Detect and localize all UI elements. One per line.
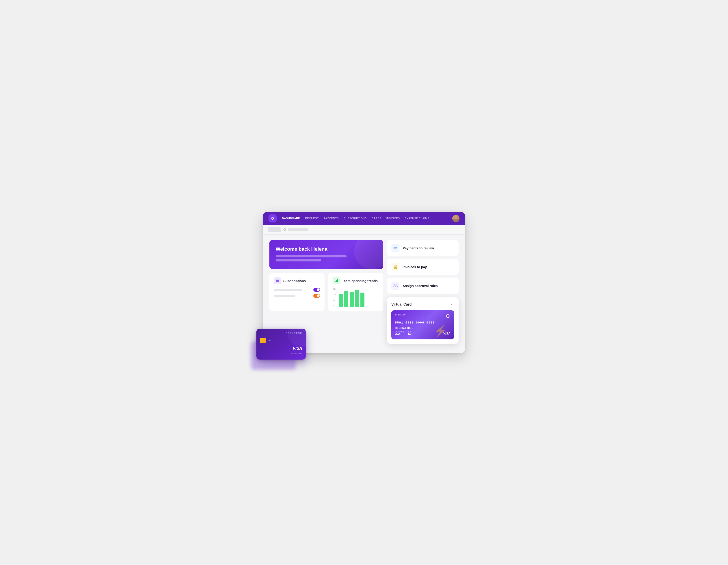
svg-rect-16 (394, 267, 396, 268)
subscriptions-icon-svg (275, 279, 279, 283)
vc-valid-thru-value: 08/26 (395, 333, 405, 335)
main-content: Welcome back Helena (263, 235, 465, 353)
contactless-icon (268, 338, 272, 343)
invoices-icon-svg (393, 265, 398, 269)
bar-1 (339, 294, 343, 307)
bottom-row: Subscriptions (269, 273, 383, 311)
physical-card: SPENDESK VISA Business Debit (256, 329, 306, 359)
approval-icon (391, 282, 399, 290)
vc-details: VALID THRU 08/26 CVC 123 (395, 331, 412, 335)
svg-rect-3 (276, 280, 279, 280)
nav-item-dashboard[interactable]: DASHBOARD (282, 216, 300, 221)
svg-point-18 (395, 284, 397, 285)
vc-valid-thru: VALID THRU 08/26 (395, 331, 405, 335)
virtual-card: ⚡ Single-use 5591 5030 0000 0000 HELENA … (391, 310, 454, 339)
svg-line-1 (286, 230, 286, 231)
svg-rect-6 (336, 280, 337, 282)
bar-4 (355, 290, 359, 307)
payments-icon-svg (393, 246, 398, 250)
chart-header: Team spending trends (333, 277, 379, 284)
bar-2 (344, 291, 348, 307)
invoices-to-pay-card[interactable]: Invoices to pay (387, 259, 459, 275)
bar-3 (350, 292, 354, 307)
svg-rect-5 (335, 281, 336, 282)
search-bar (263, 225, 465, 235)
svg-rect-15 (394, 267, 396, 267)
welcome-line-1 (276, 255, 347, 258)
bar-5 (360, 292, 364, 307)
nav-item-request[interactable]: REQUEST (305, 216, 319, 221)
vc-logo-icon (445, 313, 451, 319)
payments-icon (391, 244, 399, 252)
toggle-1[interactable] (313, 288, 320, 292)
virtual-card-modal: Virtual Card × ⚡ Single-use 5591 5030 00… (387, 297, 459, 344)
subs-row-1 (274, 288, 320, 292)
search-pill (268, 228, 281, 232)
avatar-image (452, 215, 459, 222)
browser-window: DASHBOARD REQUEST PAYMENTS SUBSCRIPTIONS… (263, 212, 465, 353)
vc-top-row: Single-use (395, 313, 451, 319)
invoices-to-pay-label: Invoices to pay (403, 265, 427, 269)
y-label-20k: 20k (333, 288, 336, 290)
nav-item-cards[interactable]: CARDS (372, 216, 381, 221)
nav-item-payments[interactable]: PAYMENTS (324, 216, 339, 221)
svg-rect-7 (337, 279, 338, 282)
search-icon (283, 228, 286, 231)
svg-point-19 (270, 341, 270, 342)
search-icon-wrap (283, 228, 308, 231)
chart-icon (333, 277, 340, 284)
svg-rect-9 (394, 247, 397, 248)
toggle-2[interactable] (313, 294, 320, 298)
modal-header: Virtual Card × (391, 302, 454, 307)
nav-logo[interactable] (269, 215, 277, 223)
assign-approval-label: Assign approval roles (403, 284, 438, 287)
modal-close-button[interactable]: × (449, 302, 454, 307)
chart-card: Team spending trends 20k 10k 5k 0 (328, 273, 383, 311)
nav-bar: DASHBOARD REQUEST PAYMENTS SUBSCRIPTIONS… (263, 212, 465, 225)
physical-card-wrap: SPENDESK VISA Business Debit (256, 329, 306, 359)
nav-item-expense-claims[interactable]: EXPENSE CLAIMS (405, 216, 429, 221)
left-column: Welcome back Helena (269, 240, 383, 344)
subscriptions-card: Subscriptions (269, 273, 325, 311)
vc-number: 5591 5030 0000 0000 (395, 321, 451, 324)
physical-card-visa-label: VISA (260, 346, 302, 351)
vc-cvc-value: 123 (408, 333, 412, 335)
subs-line-1 (274, 289, 302, 291)
right-column: Payments to review Invoices to pay (387, 240, 459, 344)
svg-point-17 (394, 284, 395, 285)
approval-icon-svg (393, 283, 398, 288)
nav-item-invoices[interactable]: INVOICES (386, 216, 400, 221)
invoices-icon (391, 263, 399, 271)
physical-card-visa-row: VISA Business Debit (260, 346, 302, 355)
vc-cvc: CVC 123 (408, 331, 412, 335)
assign-approval-roles-card[interactable]: Assign approval roles (387, 278, 459, 294)
welcome-line-2 (276, 259, 321, 262)
welcome-card: Welcome back Helena (269, 240, 383, 269)
lightning-bolt-icon: ⚡ (434, 324, 447, 337)
physical-card-business-debit: Business Debit (290, 352, 302, 354)
chart-title: Team spending trends (342, 279, 378, 283)
payments-to-review-card[interactable]: Payments to review (387, 240, 459, 256)
subscriptions-title: Subscriptions (283, 279, 306, 283)
chip-icon (260, 338, 266, 343)
y-label-0: 0 (333, 305, 336, 307)
subscriptions-icon (274, 277, 281, 284)
svg-rect-10 (394, 248, 395, 249)
payments-to-review-label: Payments to review (403, 246, 434, 250)
vc-cvc-label: CVC (408, 331, 412, 333)
subscriptions-header: Subscriptions (274, 277, 320, 284)
chart-icon-svg (334, 279, 338, 283)
modal-title: Virtual Card (391, 302, 412, 306)
physical-card-chip-row (260, 338, 302, 343)
nav-avatar[interactable] (452, 215, 459, 222)
physical-card-brand: SPENDESK (260, 332, 302, 334)
subs-line-2 (274, 295, 295, 297)
chart-wrapper: 20k 10k 5k 0 (333, 288, 379, 307)
nav-item-subscriptions[interactable]: SUBSCRIPTIONS (344, 216, 367, 221)
svg-rect-11 (394, 249, 395, 249)
vc-valid-thru-label: VALID THRU (395, 331, 405, 333)
welcome-title: Welcome back Helena (276, 246, 377, 252)
subs-row-2 (274, 294, 320, 298)
search-placeholder (288, 228, 308, 231)
svg-rect-14 (394, 266, 396, 267)
